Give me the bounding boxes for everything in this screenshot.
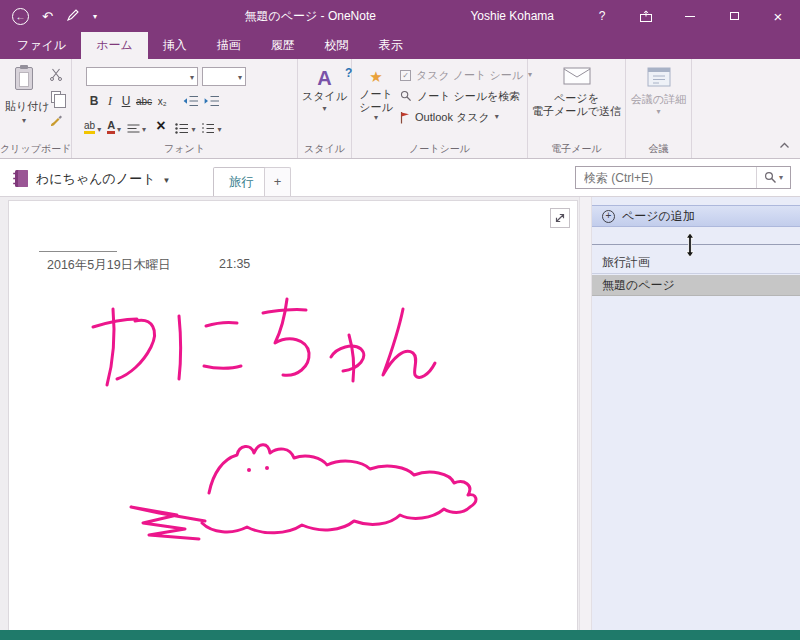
format-painter-button[interactable] (46, 111, 66, 129)
page-list-item-travel-plan[interactable]: 旅行計画 (592, 252, 800, 274)
tab-insert[interactable]: 挿入 (148, 32, 202, 59)
styles-button[interactable]: A スタイル ▾ (298, 66, 351, 113)
bold-button[interactable]: B (86, 92, 102, 110)
tab-draw[interactable]: 描画 (202, 32, 256, 59)
notebook-icon (12, 169, 30, 192)
bullet-list-button[interactable]: ▾ (175, 123, 195, 134)
numbered-dropdown-icon: ▾ (217, 126, 221, 134)
onenote-window: ← ↶ ▾ 無題のページ - OneNote Yoshie Kohama ? ×… (0, 0, 800, 640)
close-icon[interactable]: × (756, 0, 800, 32)
maximize-icon[interactable] (712, 0, 756, 32)
qat-customize-dropdown-icon[interactable]: ▾ (93, 12, 97, 21)
styles-group: A スタイル ▾ スタイル (298, 59, 352, 158)
clipboard-small-buttons (46, 65, 66, 129)
decrease-indent-button[interactable] (180, 92, 201, 110)
numbered-list-button[interactable]: ▾ (201, 123, 221, 134)
minimize-icon[interactable] (668, 0, 712, 32)
styles-label: スタイル (298, 90, 351, 103)
add-page-label: ページの追加 (622, 208, 695, 225)
tab-home[interactable]: ホーム (81, 32, 148, 59)
note-tag-dropdown-icon: ▾ (354, 114, 398, 122)
strikethrough-button[interactable]: abc (134, 92, 154, 110)
meeting-group: 会議の詳細 ▾ 会議 (626, 59, 692, 158)
add-section-tab[interactable]: + (264, 167, 291, 196)
font-size-dropdown-icon: ▾ (238, 74, 242, 82)
search-scope-button[interactable]: ▾ (756, 167, 790, 188)
page-canvas[interactable]: 2016年5月19日木曜日 21:35 (8, 200, 578, 630)
search-input[interactable] (576, 171, 756, 185)
outlook-flag-icon (400, 111, 410, 124)
notebook-dropdown[interactable]: わにちゃんのノート▼ (36, 170, 170, 188)
font-row-3: ab▾ A▾ ▾ × ▾ ▾ (84, 116, 222, 134)
note-tag-button[interactable]: ★? ノート シール ▾ (354, 66, 398, 122)
undo-icon[interactable]: ↶ (42, 10, 53, 23)
tab-file[interactable]: ファイル (2, 32, 81, 59)
touch-pen-mode-icon[interactable] (66, 8, 80, 24)
add-page-button[interactable]: + ページの追加 (592, 205, 800, 227)
copy-button[interactable] (46, 88, 66, 106)
font-name-combo[interactable]: ▾ (86, 67, 198, 86)
add-page-plus-icon: + (602, 210, 615, 223)
paste-label: 貼り付け (5, 99, 43, 114)
page-list-sidebar: + ページの追加 旅行計画 無題のページ (592, 197, 800, 630)
window-title: 無題のページ - OneNote (150, 8, 470, 25)
numbered-list-icon (201, 123, 215, 134)
font-color-icon: A (107, 120, 115, 134)
titlebar: ← ↶ ▾ 無題のページ - OneNote Yoshie Kohama ? × (0, 0, 800, 32)
font-group: ▾ ▾ B I U abc x₂ ab▾ A▾ ▾ (72, 59, 298, 158)
cut-button[interactable] (46, 65, 66, 83)
ribbon-display-options-icon[interactable] (624, 0, 668, 32)
subscript-button[interactable]: x₂ (154, 92, 170, 110)
email-label-2: 電子メールで送信 (528, 105, 625, 118)
highlight-icon: ab (84, 120, 95, 134)
search-box: ▾ (575, 166, 791, 189)
meeting-details-button[interactable]: 会議の詳細 ▾ (626, 66, 691, 116)
paste-button[interactable]: 貼り付け ▾ (5, 65, 43, 125)
tags-group: ★? ノート シール ▾ ✓ タスク ノート シール ▾ ノート シールを検索 … (352, 59, 528, 158)
meeting-details-label: 会議の詳細 (626, 93, 691, 106)
email-group-label: 電子メール (528, 142, 625, 156)
tab-view[interactable]: 表示 (364, 32, 418, 59)
status-bar (0, 630, 800, 640)
clipboard-group-label: クリップボード (0, 142, 71, 156)
styles-dropdown-icon: ▾ (298, 105, 351, 113)
meeting-calendar-icon (647, 66, 671, 87)
outlook-tasks-label: Outlook タスク (415, 110, 490, 125)
font-color-button[interactable]: A▾ (107, 120, 121, 134)
increase-indent-button[interactable] (201, 92, 222, 110)
page-list-item-untitled[interactable]: 無題のページ (592, 275, 800, 296)
tab-review[interactable]: 校閲 (310, 32, 364, 59)
font-size-combo[interactable]: ▾ (202, 67, 246, 86)
outlook-tasks-button[interactable]: Outlook タスク ▾ (400, 108, 532, 126)
task-note-tag-button[interactable]: ✓ タスク ノート シール ▾ (400, 66, 532, 84)
notebook-dropdown-icon: ▼ (162, 176, 170, 185)
scissors-icon (49, 67, 63, 81)
page-scrollbar[interactable] (579, 197, 592, 630)
clear-formatting-button[interactable]: × (152, 118, 169, 134)
page-list-divider (592, 244, 800, 245)
highlight-dropdown-icon: ▾ (97, 126, 101, 134)
bullet-list-icon (175, 123, 189, 134)
tab-history[interactable]: 履歴 (256, 32, 310, 59)
search-icon (764, 171, 777, 184)
find-tags-button[interactable]: ノート シールを検索 (400, 87, 532, 105)
alignment-dropdown-icon: ▾ (142, 126, 146, 134)
email-page-button[interactable]: ページを 電子メールで送信 (528, 67, 625, 118)
outlook-dropdown-icon: ▾ (495, 113, 499, 121)
back-icon[interactable]: ← (12, 8, 29, 25)
styles-group-label: スタイル (298, 142, 351, 156)
paragraph-alignment-button[interactable]: ▾ (127, 124, 146, 134)
envelope-icon (563, 67, 591, 85)
font-name-dropdown-icon: ▾ (190, 74, 194, 82)
underline-button[interactable]: U (118, 92, 134, 110)
email-group: ページを 電子メールで送信 電子メール (528, 59, 626, 158)
help-icon[interactable]: ? (580, 0, 624, 32)
highlight-button[interactable]: ab▾ (84, 120, 101, 134)
section-tab-travel[interactable]: 旅行 (213, 167, 270, 196)
italic-button[interactable]: I (102, 92, 118, 110)
account-name[interactable]: Yoshie Kohama (470, 9, 554, 23)
ribbon: 貼り付け ▾ クリップボード ▾ ▾ B I U abc (0, 59, 800, 159)
alignment-icon (127, 124, 140, 134)
paste-dropdown-icon: ▾ (5, 117, 43, 125)
collapse-ribbon-icon[interactable] (777, 140, 791, 150)
